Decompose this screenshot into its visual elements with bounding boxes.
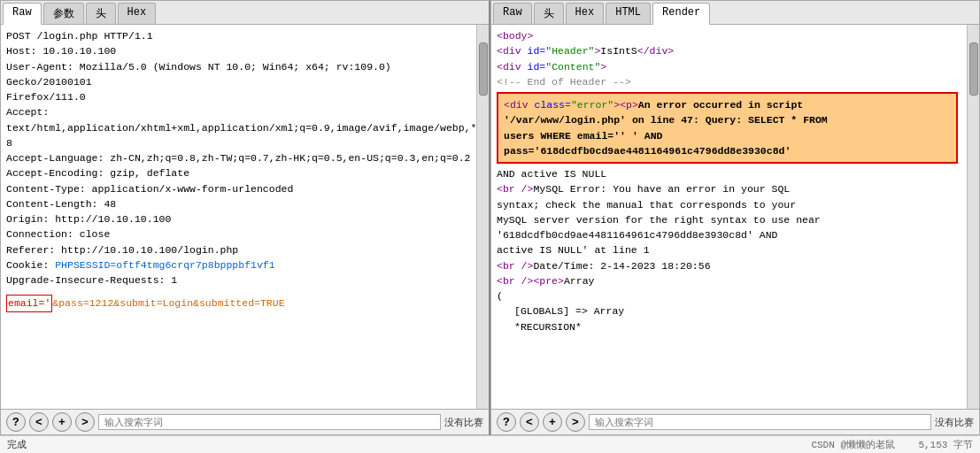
left-scrollbar-thumb[interactable]: [479, 42, 488, 96]
left-panel: Raw 参数 头 Hex POST /login.php HTTP/1.1 Ho…: [0, 0, 490, 435]
right-error-line3: users WHERE email='' ' AND: [504, 128, 951, 143]
right-mysql-error-2: syntax; check the manual that correspond…: [497, 197, 961, 212]
post-data-line: email='&pass=1212&submit=Login&submitted…: [6, 295, 471, 311]
left-line-12: Origin: http://10.10.10.100: [6, 211, 471, 226]
tab-hex-right[interactable]: Hex: [566, 3, 605, 24]
right-tab-bar: Raw 头 Hex HTML Render: [491, 1, 979, 25]
right-comment: <!-- End of Header -->: [497, 74, 961, 89]
right-body-tag: <body>: [497, 28, 961, 43]
right-search-input[interactable]: [589, 414, 931, 430]
right-error-container: <div class="error"><p>An error occurred …: [497, 92, 958, 164]
right-error-line1: <div class="error"><p>An error occurred …: [504, 97, 951, 112]
status-right: CSDN @懒懒的老鼠 5,153 字节: [811, 438, 973, 451]
left-prev-button[interactable]: <: [29, 412, 49, 432]
right-content-area: <body> <div id="Header">IsIntS</div> <di…: [491, 25, 967, 338]
right-recursion: *RECURSION*: [497, 319, 961, 334]
right-scrollbar[interactable]: [967, 25, 979, 409]
left-line-10: Content-Type: application/x-www-form-url…: [6, 181, 471, 196]
left-cookie-label: Cookie:: [6, 259, 55, 271]
right-no-match: 没有比赛: [935, 416, 974, 429]
left-content-area: POST /login.php HTTP/1.1 Host: 10.10.10.…: [1, 25, 476, 316]
right-mysql-error-4: '618dcdfb0cd9ae4481164961c4796dd8e3930c8…: [497, 227, 961, 242]
left-line-1: POST /login.php HTTP/1.1: [6, 28, 471, 43]
left-line-5: Accept:: [6, 104, 471, 119]
right-prev-button[interactable]: <: [520, 412, 539, 432]
right-datetime: <br />Date/Time: 2-14-2023 18:20:56: [497, 258, 961, 273]
left-line-3: User-Agent: Mozilla/5.0 (Windows NT 10.0…: [6, 59, 471, 90]
right-scrollable-content: <body> <div id="Header">IsIntS</div> <di…: [491, 25, 967, 409]
status-left: 完成: [7, 438, 27, 451]
left-bottom-bar: ? < + > 没有比赛: [1, 409, 489, 434]
tab-render-right[interactable]: Render: [652, 3, 710, 25]
status-bar: 完成 CSDN @懒懒的老鼠 5,153 字节: [0, 435, 980, 453]
left-next-button[interactable]: >: [75, 412, 95, 432]
right-mysql-error-1: <br />MySQL Error: You have an error in …: [497, 181, 961, 196]
right-content-wrapper: <body> <div id="Header">IsIntS</div> <di…: [491, 25, 979, 409]
right-scrollbar-thumb[interactable]: [969, 42, 978, 96]
left-no-match: 没有比赛: [444, 416, 483, 429]
right-paren: (: [497, 288, 961, 303]
left-line-9: Accept-Encoding: gzip, deflate: [6, 165, 471, 180]
left-tab-bar: Raw 参数 头 Hex: [1, 1, 489, 25]
csdn-label: CSDN @懒懒的老鼠: [811, 440, 895, 450]
left-line-14: Referer: http://10.10.10.100/login.php: [6, 242, 471, 257]
tab-head-right[interactable]: 头: [534, 3, 564, 24]
tab-html-right[interactable]: HTML: [606, 3, 651, 24]
left-add-button[interactable]: +: [52, 412, 72, 432]
left-line-8: Accept-Language: zh-CN,zh;q=0.8,zh-TW;q=…: [6, 150, 471, 165]
email-field-highlight: email=': [6, 295, 52, 311]
right-panel: Raw 头 Hex HTML Render <body> <div id="He…: [490, 0, 980, 435]
right-and-active: AND active IS NULL: [497, 166, 961, 181]
tab-head-left[interactable]: 头: [86, 3, 116, 24]
right-div-header: <div id="Header">IsIntS</div>: [497, 43, 961, 58]
left-line-4: Firefox/111.0: [6, 89, 471, 104]
right-error-line4: pass='618dcdfb0cd9ae4481164961c4796dd8e3…: [504, 143, 951, 158]
file-size: 5,153 字节: [918, 440, 973, 450]
right-bottom-bar: ? < + > 没有比赛: [491, 409, 979, 434]
right-div-content: <div id="Content">: [497, 59, 961, 74]
left-scrollbar[interactable]: [476, 25, 489, 409]
post-rest: &pass=1212&submit=Login&submitted=TRUE: [52, 296, 284, 311]
left-content-wrapper: POST /login.php HTTP/1.1 Host: 10.10.10.…: [1, 25, 489, 409]
tab-params-left[interactable]: 参数: [43, 3, 84, 24]
left-search-input[interactable]: [98, 414, 441, 430]
right-mysql-error-5: active IS NULL' at line 1: [497, 242, 961, 257]
left-line-15: Cookie: PHPSESSID=oftf4tmg6crqr7p8bpppbf…: [6, 257, 471, 273]
left-scrollable-content: POST /login.php HTTP/1.1 Host: 10.10.10.…: [1, 25, 476, 409]
left-line-16: Upgrade-Insecure-Requests: 1: [6, 273, 471, 288]
left-cookie-value: PHPSESSID=oftf4tmg6crqr7p8bpppbf1vf1: [55, 259, 274, 271]
right-pre: <br /><pre>Array: [497, 273, 961, 288]
left-line-11: Content-Length: 48: [6, 196, 471, 211]
left-line-7: 8: [6, 135, 471, 150]
left-line-6: text/html,application/xhtml+xml,applicat…: [6, 120, 471, 135]
right-mysql-error-3: MySQL server version for the right synta…: [497, 212, 961, 227]
right-add-button[interactable]: +: [543, 412, 562, 432]
tab-hex-left[interactable]: Hex: [118, 3, 157, 24]
left-line-2: Host: 10.10.10.100: [6, 43, 471, 58]
left-help-button[interactable]: ?: [6, 412, 26, 432]
right-globals: [GLOBALS] => Array: [497, 303, 961, 319]
tab-raw-left[interactable]: Raw: [3, 3, 42, 25]
left-line-13: Connection: close: [6, 226, 471, 242]
right-next-button[interactable]: >: [566, 412, 585, 432]
tab-raw-right[interactable]: Raw: [493, 3, 532, 24]
right-error-line2: '/var/www/login.php' on line 47: Query: …: [504, 112, 951, 127]
right-help-button[interactable]: ?: [497, 412, 516, 432]
